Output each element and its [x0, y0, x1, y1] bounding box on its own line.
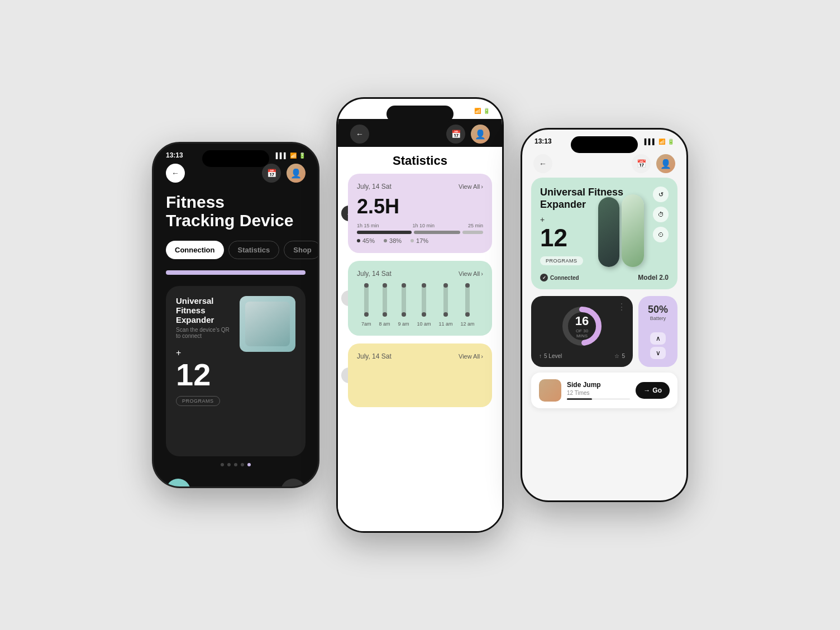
battery-down-btn[interactable]: ∨	[650, 347, 666, 359]
tab-connection[interactable]: Connection	[166, 241, 224, 259]
header-right-2: 📅 👤	[446, 125, 490, 144]
v-bar-label-4: 10 am	[417, 321, 431, 327]
pct-dot-1	[357, 239, 360, 242]
refresh-icon-btn[interactable]: ↺	[653, 187, 669, 202]
workout-stats: ↑ 5 Level ☆ 5	[539, 353, 625, 359]
stat-date-2: July, 14 Sat	[357, 270, 392, 278]
status-icons-2: ▌▌▌ 📶 🔋	[460, 108, 490, 114]
progress-seg-1	[357, 231, 412, 234]
donut-sublabel: OF 30 MINS	[571, 328, 593, 338]
device-scan-text: Scan the device's QR to connect	[176, 327, 233, 339]
dots-row-1	[166, 456, 306, 473]
view-all-2[interactable]: View All ›	[459, 270, 483, 277]
v-bar-dot-bot-4	[422, 312, 426, 317]
back-button-3[interactable]: ←	[533, 154, 552, 173]
battery-percentage: 50% Battery	[648, 304, 668, 321]
device-card-1: Universal Fitness Expander Scan the devi…	[166, 286, 306, 456]
v-bar-track-1	[364, 283, 369, 317]
calendar-button-1[interactable]: 📅	[262, 164, 281, 183]
timer2-icon-btn[interactable]: ⏲	[653, 227, 669, 242]
pct-dot-3	[411, 239, 414, 242]
stat-card-wrapper-2: ⏸ July, 14 Sat View All ›	[348, 261, 492, 336]
nav-icon-dark[interactable]: ⚙	[281, 479, 306, 488]
timer1-icon-btn[interactable]: ⏱	[653, 207, 669, 222]
device-front-piece	[622, 194, 644, 267]
vertical-bars-2: 7am 8 am	[357, 282, 483, 327]
v-bar-label-5: 11 am	[439, 321, 453, 327]
stat-date-3: July, 14 Sat	[357, 352, 392, 360]
avatar-image-3: 👤	[656, 154, 675, 173]
v-bar-dot-top-5	[443, 283, 448, 288]
battery-up-btn[interactable]: ∧	[650, 332, 666, 345]
tab-shop[interactable]: Shop	[284, 241, 319, 259]
avatar-image-1: 👤	[287, 164, 306, 183]
go-button[interactable]: → Go	[636, 382, 670, 399]
battery-icon-1: 🔋	[299, 152, 306, 159]
dynamic-island-2	[386, 106, 454, 122]
battery-icon-2: 🔋	[483, 108, 490, 114]
v-bar-8am: 8 am	[379, 283, 390, 327]
signal-icon-1: ▌▌▌	[276, 152, 288, 159]
connected-check-icon: ✓	[540, 274, 548, 281]
device-count-1: 12	[176, 359, 233, 390]
wifi-icon-3: 📶	[658, 139, 665, 145]
v-bar-label-3: 9 am	[398, 321, 409, 327]
v-bar-dot-bot-2	[383, 312, 387, 317]
v-bar-track-6	[465, 283, 470, 317]
exercise-progress-fill	[567, 398, 592, 400]
battery-card: 50% Battery ∧ ∨	[638, 296, 677, 367]
v-bar-track-5	[443, 283, 448, 317]
exercise-name: Side Jump	[567, 381, 630, 389]
back-button-1[interactable]: ←	[166, 164, 185, 183]
v-bar-7am: 7am	[361, 283, 371, 327]
exercise-info: Side Jump 12 Times	[567, 381, 630, 400]
v-bar-dot-bot-5	[443, 312, 448, 317]
header-right-3: 📅 👤	[632, 154, 675, 173]
stat-card-header-1: July, 14 Sat View All ›	[357, 183, 483, 190]
exercise-progress-bar	[567, 398, 630, 400]
v-bar-dot-top-1	[364, 283, 369, 288]
three-dots-menu[interactable]: ⋮	[617, 302, 626, 312]
wifi-icon-1: 📶	[290, 152, 297, 159]
view-all-1[interactable]: View All ›	[459, 183, 483, 190]
signal-icon-2: ▌▌▌	[460, 108, 472, 114]
v-bar-9am: 9 am	[398, 283, 409, 327]
calendar-button-3[interactable]: 📅	[632, 154, 651, 173]
pct-1: 45%	[357, 237, 375, 244]
device-name-1: Universal Fitness Expander	[176, 296, 233, 324]
model-text: Model 2.0	[638, 274, 669, 281]
phone-3: 13:13 ▌▌▌ 📶 🔋 ← 📅 👤 Universal Fitness	[521, 128, 688, 502]
pct-2: 38%	[384, 237, 402, 244]
dot-5-active[interactable]	[247, 463, 251, 466]
dot-3[interactable]	[234, 463, 237, 466]
stat-card-1: July, 14 Sat View All › 2.5H 1h 15 min 1…	[348, 174, 492, 253]
device-info-1: Universal Fitness Expander Scan the devi…	[176, 296, 233, 406]
dynamic-island-1	[202, 150, 269, 167]
back-button-2[interactable]: ←	[350, 125, 369, 144]
donut-number: 16	[571, 314, 593, 328]
phone3-programs-tag: PROGRAMS	[540, 256, 583, 265]
avatar-1: 👤	[287, 164, 306, 183]
programs-tag-1: PROGRAMS	[176, 396, 220, 406]
dot-1[interactable]	[221, 463, 224, 466]
stat-card-3-placeholder	[357, 365, 483, 398]
v-bar-dot-top-4	[422, 283, 426, 288]
dot-4[interactable]	[241, 463, 244, 466]
avatar-2: 👤	[471, 125, 490, 144]
status-time-1: 13:13	[166, 151, 183, 159]
v-bar-dot-bot-6	[465, 312, 470, 317]
view-all-3[interactable]: View All ›	[459, 353, 483, 360]
phone3-bottom: ⋮ 16 OF 30 MINS ↑	[531, 296, 677, 367]
stat-card-header-3: July, 14 Sat View All ›	[357, 352, 483, 360]
tab-statistics[interactable]: Statistics	[228, 241, 280, 259]
calendar-button-2[interactable]: 📅	[446, 125, 465, 144]
phone3-plus: +	[540, 215, 545, 224]
tabs-row-1: Connection Statistics Shop	[166, 241, 306, 259]
device-3d-image	[594, 189, 650, 278]
dot-2[interactable]	[227, 463, 231, 466]
level-label: 5 Level	[544, 353, 562, 359]
connect-text[interactable]: Connect >>	[214, 486, 257, 488]
nav-icon-teal[interactable]: ⏸	[166, 479, 190, 488]
v-bar-track-2	[383, 283, 387, 317]
phone3-device-card: Universal Fitness Expander + 12 PROGRAMS…	[531, 178, 677, 289]
